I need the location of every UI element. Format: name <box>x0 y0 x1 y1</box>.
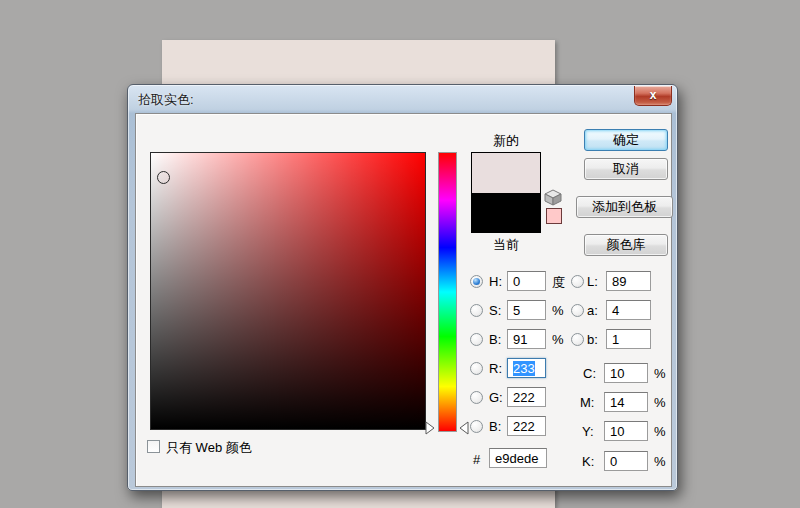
hue-slider-left-arrow-icon[interactable] <box>425 421 435 435</box>
hex-prefix: # <box>473 452 480 467</box>
radio-l[interactable] <box>571 275 584 288</box>
color-compare-swatch <box>471 152 541 233</box>
websafe-color-swatch[interactable] <box>546 208 562 224</box>
lab-b-label: b: <box>587 332 598 347</box>
b2-label: B: <box>489 419 501 434</box>
b-label: B: <box>489 332 501 347</box>
s-unit: % <box>552 303 564 318</box>
ok-button[interactable]: 确定 <box>584 129 668 151</box>
k-input[interactable]: 0 <box>604 451 648 471</box>
s-input[interactable]: 5 <box>507 300 546 320</box>
b-input[interactable]: 91 <box>507 329 546 349</box>
r-label: R: <box>489 361 502 376</box>
window-title: 拾取实色: <box>138 91 194 109</box>
m-label: M: <box>580 395 594 410</box>
g-label: G: <box>489 390 503 405</box>
c-input[interactable]: 10 <box>604 363 648 383</box>
websafe-warning-cube-icon <box>544 189 562 206</box>
k-unit: % <box>654 454 666 469</box>
close-icon: x <box>635 86 671 105</box>
color-picker-dialog: 拾取实色: x 新的 当前 确定 取消 添加到色板 颜色库 H: 0 度 S: … <box>127 84 678 491</box>
h-unit: 度 <box>552 274 565 292</box>
new-color-label: 新的 <box>471 132 541 150</box>
y-label: Y: <box>582 424 594 439</box>
radio-lab-b[interactable] <box>571 333 584 346</box>
b-unit: % <box>552 332 564 347</box>
a-label: a: <box>587 303 598 318</box>
radio-a[interactable] <box>571 304 584 317</box>
l-label: L: <box>587 274 598 289</box>
title-bar[interactable]: 拾取实色: x <box>128 85 677 112</box>
web-only-checkbox[interactable] <box>147 440 160 453</box>
radio-h[interactable] <box>470 275 483 288</box>
lab-b-input[interactable]: 1 <box>606 329 651 349</box>
web-only-label: 只有 Web 颜色 <box>166 439 252 457</box>
hex-input[interactable]: e9dede <box>489 448 547 468</box>
color-libraries-button[interactable]: 颜色库 <box>584 234 668 256</box>
radio-g[interactable] <box>470 391 483 404</box>
g-input[interactable]: 222 <box>507 387 546 407</box>
k-label: K: <box>582 454 594 469</box>
current-color-label: 当前 <box>471 236 541 254</box>
m-unit: % <box>654 395 666 410</box>
l-input[interactable]: 89 <box>606 271 651 291</box>
radio-s[interactable] <box>470 304 483 317</box>
radio-b2[interactable] <box>470 420 483 433</box>
radio-b[interactable] <box>470 333 483 346</box>
radio-r[interactable] <box>470 362 483 375</box>
add-to-swatches-button[interactable]: 添加到色板 <box>576 196 673 218</box>
new-color-swatch <box>472 153 540 193</box>
b2-input[interactable]: 222 <box>507 416 546 436</box>
y-input[interactable]: 10 <box>604 421 648 441</box>
current-color-swatch <box>472 193 540 233</box>
c-unit: % <box>654 366 666 381</box>
color-field-marker[interactable] <box>157 171 170 184</box>
hue-slider-right-arrow-icon[interactable] <box>459 421 469 435</box>
h-label: H: <box>489 274 502 289</box>
r-input-selected-text: 233 <box>513 361 535 376</box>
y-unit: % <box>654 424 666 439</box>
hue-slider[interactable] <box>438 152 457 432</box>
cancel-button[interactable]: 取消 <box>584 158 668 180</box>
s-label: S: <box>489 303 501 318</box>
a-input[interactable]: 4 <box>606 300 651 320</box>
h-input[interactable]: 0 <box>507 271 546 291</box>
close-button[interactable]: x <box>634 86 672 106</box>
color-field[interactable] <box>150 152 426 430</box>
m-input[interactable]: 14 <box>604 392 648 412</box>
c-label: C: <box>583 366 596 381</box>
r-input[interactable]: 233 <box>507 358 546 378</box>
